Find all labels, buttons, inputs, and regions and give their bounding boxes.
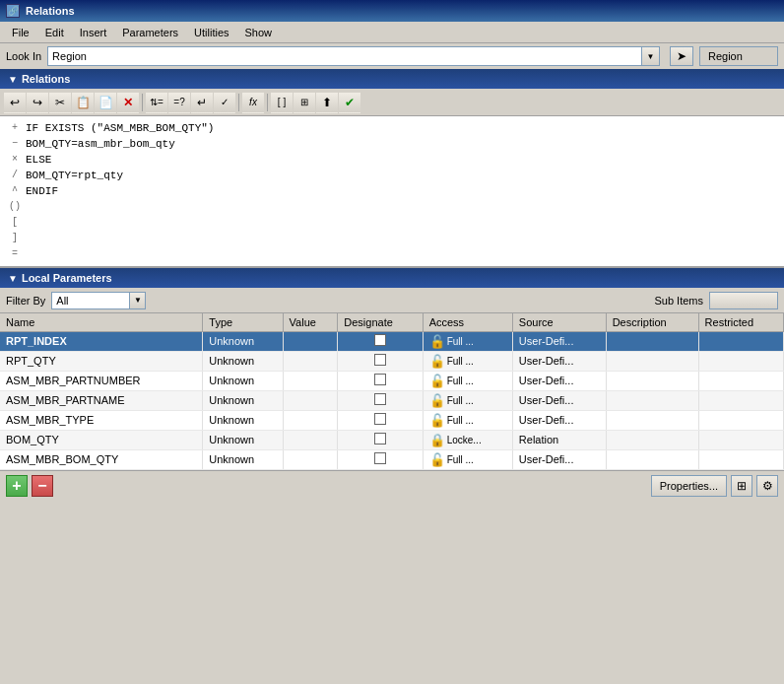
filter-label: Filter By	[6, 295, 45, 307]
look-in-combo: ▼	[47, 46, 660, 66]
look-in-dropdown-btn[interactable]: ▼	[642, 46, 660, 66]
code-area[interactable]: + IF EXISTS ("ASM_MBR_BOM_QTY") − BOM_QT…	[0, 116, 784, 268]
menu-utilities[interactable]: Utilities	[186, 25, 236, 40]
designate-checkbox[interactable]	[374, 393, 386, 405]
designate-checkbox[interactable]	[374, 374, 386, 385]
filter-input[interactable]	[51, 292, 130, 309]
col-restricted[interactable]: Restricted	[698, 313, 783, 331]
col-type[interactable]: Type	[203, 313, 283, 331]
cell-designate[interactable]	[338, 449, 423, 469]
cell-source: User-Defi...	[512, 351, 606, 371]
cell-restricted	[698, 331, 783, 351]
local-params-header: ▼ Local Parameters	[0, 268, 784, 288]
filter-dropdown-btn[interactable]: ▼	[130, 292, 146, 309]
menu-file[interactable]: File	[4, 25, 37, 40]
designate-checkbox[interactable]	[374, 433, 386, 445]
cell-type: Unknown	[203, 390, 283, 410]
cell-restricted	[698, 371, 783, 390]
sub-items-label: Sub Items	[654, 295, 703, 307]
col-access[interactable]: Access	[423, 313, 512, 331]
table-row[interactable]: RPT_INDEX Unknown 🔓Full ... User-Defi...	[0, 331, 784, 351]
grid-icon-btn[interactable]: ⊞	[731, 475, 752, 497]
look-in-input[interactable]	[47, 46, 642, 66]
designate-checkbox[interactable]	[374, 452, 386, 464]
table-row[interactable]: ASM_MBR_PARTNAME Unknown 🔓Full ... User-…	[0, 390, 784, 410]
properties-btn[interactable]: Properties...	[651, 475, 727, 497]
sort-btn[interactable]: ⇅=	[146, 92, 167, 113]
paste-btn[interactable]: 📄	[95, 92, 116, 113]
menu-edit[interactable]: Edit	[37, 25, 72, 40]
cell-name: ASM_MBR_PARTNUMBER	[0, 371, 203, 390]
title-bar: 🔗 Relations	[0, 0, 784, 22]
designate-checkbox[interactable]	[374, 334, 386, 346]
cell-source: User-Defi...	[512, 331, 606, 351]
cut-btn[interactable]: ✂	[49, 92, 71, 113]
col-source[interactable]: Source	[512, 313, 606, 331]
cell-value	[283, 449, 338, 469]
col-designate[interactable]: Designate	[338, 313, 423, 331]
table-row[interactable]: ASM_MBR_BOM_QTY Unknown 🔓Full ... User-D…	[0, 449, 784, 469]
designate-checkbox[interactable]	[374, 354, 386, 366]
remove-param-btn[interactable]: −	[32, 475, 53, 497]
cell-description	[606, 410, 698, 430]
table-row[interactable]: ASM_MBR_PARTNUMBER Unknown 🔓Full ... Use…	[0, 371, 784, 390]
menu-parameters[interactable]: Parameters	[114, 25, 186, 40]
cell-name: ASM_MBR_TYPE	[0, 410, 203, 430]
col-name[interactable]: Name	[0, 313, 203, 331]
sub-items-btn[interactable]	[709, 292, 778, 309]
cell-designate[interactable]	[338, 410, 423, 430]
window-title: Relations	[26, 5, 75, 17]
settings-icon-btn[interactable]: ⚙	[756, 475, 778, 497]
cell-designate[interactable]	[338, 331, 423, 351]
relations-toolbar: ↩ ↪ ✂ 📋 📄 ✕ ⇅= =? ↵ ✓ fx [ ] ⊞ ⬆ ✔	[0, 89, 784, 116]
table-row[interactable]: RPT_QTY Unknown 🔓Full ... User-Defi...	[0, 351, 784, 371]
table-row[interactable]: BOM_QTY Unknown 🔒Locke... Relation	[0, 430, 784, 449]
copy-btn[interactable]: 📋	[72, 92, 94, 113]
arrow-btn[interactable]: ↵	[191, 92, 213, 113]
cell-value	[283, 331, 338, 351]
bracket-btn[interactable]: [ ]	[271, 92, 293, 113]
code-line-2: − BOM_QTY=asm_mbr_bom_qty	[8, 136, 776, 152]
cell-restricted	[698, 449, 783, 469]
cell-name: ASM_MBR_PARTNAME	[0, 390, 203, 410]
code-marker-5: ^	[8, 183, 22, 199]
redo-btn[interactable]: ↪	[27, 92, 48, 113]
check-btn[interactable]: ✓	[214, 92, 235, 113]
full-access-icon: 🔓	[429, 334, 445, 349]
access-text: Full ...	[447, 415, 474, 426]
cell-value	[283, 390, 338, 410]
access-text: Full ...	[447, 376, 474, 386]
designate-checkbox[interactable]	[374, 413, 386, 425]
delete-btn[interactable]: ✕	[117, 92, 139, 113]
add-param-btn[interactable]: +	[6, 475, 28, 497]
menu-insert[interactable]: Insert	[72, 25, 115, 40]
cell-restricted	[698, 390, 783, 410]
col-description[interactable]: Description	[606, 313, 698, 331]
sep3	[267, 94, 268, 111]
relations-arrow-icon[interactable]: ▼	[8, 74, 18, 85]
menu-show[interactable]: Show	[237, 25, 281, 40]
cell-designate[interactable]	[338, 371, 423, 390]
checkmark-btn[interactable]: ✔	[339, 92, 360, 113]
undo-btn[interactable]: ↩	[4, 92, 26, 113]
cell-designate[interactable]	[338, 390, 423, 410]
params-btn[interactable]: ⊞	[294, 92, 315, 113]
verify-btn[interactable]: =?	[168, 92, 190, 113]
cell-designate[interactable]	[338, 351, 423, 371]
access-text: Locke...	[447, 435, 482, 445]
cell-source: User-Defi...	[512, 410, 606, 430]
code-marker-1: +	[8, 120, 22, 136]
code-text-4: BOM_QTY=rpt_qty	[26, 168, 123, 183]
look-in-arrow-btn[interactable]: ➤	[670, 46, 693, 66]
cell-restricted	[698, 410, 783, 430]
local-params-arrow-icon[interactable]: ▼	[8, 273, 18, 284]
function-btn[interactable]: fx	[242, 92, 264, 113]
cell-name: RPT_INDEX	[0, 331, 203, 351]
export-btn[interactable]: ⬆	[316, 92, 338, 113]
col-value[interactable]: Value	[283, 313, 338, 331]
locked-access-icon: 🔒	[429, 433, 445, 447]
cell-designate[interactable]	[338, 430, 423, 449]
table-row[interactable]: ASM_MBR_TYPE Unknown 🔓Full ... User-Defi…	[0, 410, 784, 430]
code-text-1: IF EXISTS ("ASM_MBR_BOM_QTY")	[26, 120, 214, 136]
cell-access: 🔓Full ...	[423, 390, 512, 410]
